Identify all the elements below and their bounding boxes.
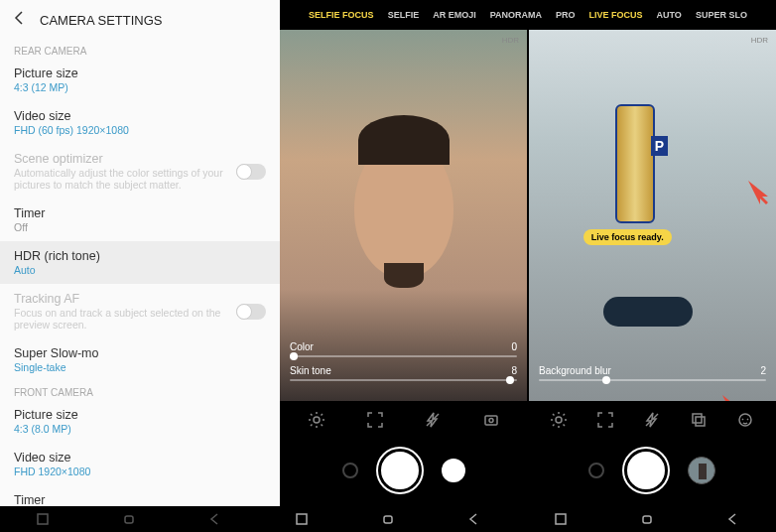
nav-recent[interactable]: [35, 511, 51, 527]
nav-recent-2[interactable]: [294, 511, 310, 527]
mode-live-focus[interactable]: LIVE FOCUS: [589, 10, 643, 20]
nav-home[interactable]: [121, 511, 137, 527]
flash-icon-2[interactable]: [643, 411, 661, 429]
front-section-header: FRONT CAMERA: [0, 381, 280, 400]
shutter-button-2[interactable]: [624, 449, 668, 492]
color-value: 0: [511, 341, 517, 352]
settings-list[interactable]: REAR CAMERA Picture size4:3 (12 MP) Vide…: [0, 40, 280, 506]
color-slider[interactable]: Color0: [290, 341, 517, 357]
nav-back-2[interactable]: [466, 511, 482, 527]
rear-section-header: REAR CAMERA: [0, 40, 280, 59]
front-picture-size-row[interactable]: Picture size4:3 (8.0 MP): [0, 400, 280, 443]
settings-header: CAMERA SETTINGS: [0, 0, 280, 40]
blur-thumb[interactable]: [602, 376, 610, 384]
mode-ar-emoji[interactable]: AR EMOJI: [433, 10, 476, 20]
settings-icon[interactable]: [308, 411, 325, 429]
effects-icon[interactable]: [482, 411, 500, 429]
icon-row: [280, 401, 776, 439]
svg-rect-9: [38, 514, 48, 524]
shutter-button[interactable]: [378, 449, 422, 492]
scene-optimizer-toggle[interactable]: [236, 164, 266, 180]
camera-area: SELFIE FOCUS SELFIE AR EMOJI PANORAMA PR…: [280, 0, 776, 506]
blur-slider-area: Background blur2: [539, 365, 766, 389]
mode-super-slo[interactable]: SUPER SLO: [696, 10, 747, 20]
record-button[interactable]: [342, 463, 358, 478]
record-button-2[interactable]: [588, 463, 604, 478]
back-icon[interactable]: [12, 10, 28, 30]
tracking-af-row[interactable]: Tracking AFFocus on and track a subject …: [0, 284, 280, 338]
front-video-size-row[interactable]: Video sizeFHD 1920×1080: [0, 443, 280, 485]
prop-can: [615, 104, 655, 223]
prop-sunglasses: [603, 297, 693, 327]
svg-rect-2: [485, 416, 497, 425]
flash-icon[interactable]: [424, 411, 442, 429]
nav-home-2[interactable]: [380, 511, 396, 527]
beauty-icon[interactable]: [736, 411, 754, 429]
nav-recent-3[interactable]: [553, 511, 569, 527]
nav-home-3[interactable]: [639, 511, 655, 527]
mode-pro[interactable]: PRO: [556, 10, 576, 20]
viewfinders: HDR Color0 Skin tone8 HDR Live focus rea…: [280, 30, 776, 401]
shutter-row: [280, 439, 776, 506]
settings-title: CAMERA SETTINGS: [40, 13, 163, 28]
fullscreen-icon-2[interactable]: [596, 411, 614, 429]
viewfinder-right[interactable]: HDR Live focus ready. Background blur2: [529, 30, 776, 401]
svg-rect-14: [643, 516, 651, 523]
svg-rect-13: [556, 514, 566, 524]
mode-strip[interactable]: SELFIE FOCUS SELFIE AR EMOJI PANORAMA PR…: [280, 0, 776, 30]
svg-rect-7: [696, 417, 705, 426]
svg-point-3: [489, 419, 493, 423]
svg-rect-6: [693, 414, 702, 423]
skin-slider[interactable]: Skin tone8: [290, 365, 517, 381]
hdr-row[interactable]: HDR (rich tone)Auto: [0, 241, 280, 284]
settings-icon-2[interactable]: [550, 411, 568, 429]
svg-rect-11: [297, 514, 307, 524]
tracking-af-toggle[interactable]: [236, 304, 266, 320]
selfie-face: [354, 139, 453, 278]
beauty-sliders: Color0 Skin tone8: [290, 341, 517, 389]
skin-value: 8: [511, 365, 517, 376]
gallery-thumbnail[interactable]: [688, 457, 715, 484]
blur-value: 2: [760, 365, 766, 376]
hdr-indicator: HDR: [502, 36, 519, 45]
mode-selfie[interactable]: SELFIE: [388, 10, 420, 20]
live-focus-chip: Live focus ready.: [583, 229, 672, 245]
video-size-row[interactable]: Video sizeFHD (60 fps) 1920×1080: [0, 101, 280, 144]
skin-thumb[interactable]: [506, 376, 514, 384]
annotation-arrow-2: [720, 393, 748, 401]
timer-row[interactable]: TimerOff: [0, 199, 280, 241]
fullscreen-icon[interactable]: [366, 411, 384, 429]
svg-point-4: [556, 417, 562, 423]
slowmo-row[interactable]: Super Slow-moSingle-take: [0, 338, 280, 381]
svg-rect-10: [125, 516, 133, 523]
picture-size-row[interactable]: Picture size4:3 (12 MP): [0, 59, 280, 101]
blur-slider[interactable]: Background blur2: [539, 365, 766, 381]
annotation-arrow-1: [746, 179, 774, 206]
mode-selfie-focus[interactable]: SELFIE FOCUS: [309, 10, 374, 20]
svg-rect-12: [384, 516, 392, 523]
svg-point-0: [314, 417, 320, 423]
color-thumb[interactable]: [290, 352, 298, 360]
viewfinder-left[interactable]: HDR Color0 Skin tone8: [280, 30, 527, 401]
front-timer-row[interactable]: TimerOff: [0, 485, 280, 506]
scene-optimizer-row[interactable]: Scene optimizerAutomatically adjust the …: [0, 144, 280, 199]
skin-label: Skin tone: [290, 365, 331, 376]
color-label: Color: [290, 341, 314, 352]
settings-panel: CAMERA SETTINGS REAR CAMERA Picture size…: [0, 0, 280, 506]
blur-label: Background blur: [539, 365, 611, 376]
mode-panorama[interactable]: PANORAMA: [490, 10, 542, 20]
nav-bar: [0, 506, 776, 532]
hdr-indicator-2: HDR: [751, 36, 768, 45]
mode-auto[interactable]: AUTO: [657, 10, 682, 20]
switch-camera-button[interactable]: [442, 459, 465, 482]
gallery-icon[interactable]: [690, 411, 708, 429]
nav-back-3[interactable]: [725, 511, 741, 527]
nav-back[interactable]: [207, 511, 223, 527]
